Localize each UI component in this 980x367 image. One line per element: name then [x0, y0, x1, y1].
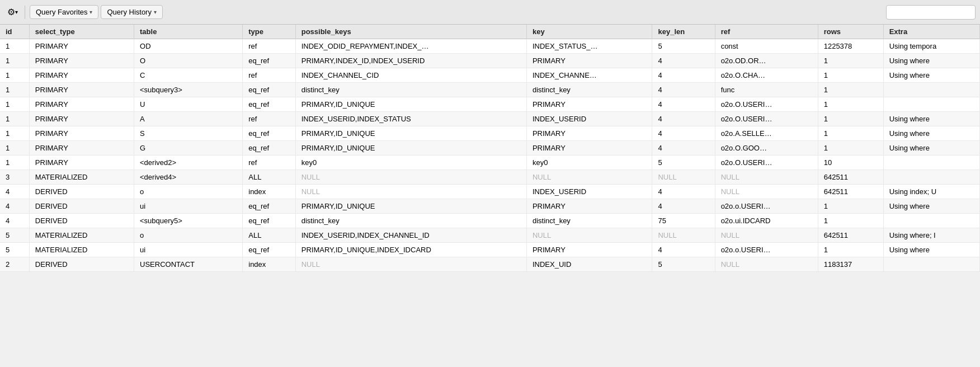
table-row[interactable]: 1PRIMARY<subquery3>eq_refdistinct_keydis…	[0, 83, 980, 97]
table-row[interactable]: 4DERIVEDoindexNULLINDEX_USERID4NULL64251…	[0, 185, 980, 199]
cell-possible-keys: INDEX_USERID,INDEX_STATUS	[295, 112, 526, 126]
search-input[interactable]	[886, 5, 976, 20]
cell-type: eq_ref	[243, 199, 295, 214]
cell-key: INDEX_UID	[526, 257, 652, 272]
cell-possible-keys: INDEX_ODID_REPAYMENT,INDEX_…	[295, 39, 526, 54]
cell-rows: 642511	[818, 170, 883, 185]
cell-table: ui	[134, 199, 243, 214]
cell-select-type: PRIMARY	[29, 68, 134, 83]
cell-rows: 1	[818, 126, 883, 141]
cell-select-type: PRIMARY	[29, 126, 134, 141]
toolbar-divider-1	[25, 6, 25, 19]
cell-extra	[883, 83, 979, 97]
cell-key-len: 4	[652, 68, 715, 83]
cell-table: G	[134, 141, 243, 156]
cell-table: ui	[134, 243, 243, 257]
col-header-rows: rows	[818, 25, 883, 39]
cell-rows: 1	[818, 97, 883, 112]
cell-table: OD	[134, 39, 243, 54]
cell-extra: Using where	[883, 126, 979, 141]
cell-table: USERCONTACT	[134, 257, 243, 272]
chevron-down-icon: ▾	[89, 9, 92, 15]
cell-rows: 1	[818, 112, 883, 126]
query-favorites-label: Query Favorites	[36, 8, 87, 16]
cell-type: ALL	[243, 228, 295, 243]
cell-rows: 642511	[818, 228, 883, 243]
cell-select-type: PRIMARY	[29, 97, 134, 112]
cell-table: A	[134, 112, 243, 126]
cell-ref: o2o.O.GOO…	[715, 141, 818, 156]
cell-possible-keys: PRIMARY,ID_UNIQUE	[295, 126, 526, 141]
cell-select-type: PRIMARY	[29, 83, 134, 97]
cell-select-type: PRIMARY	[29, 39, 134, 54]
table-row[interactable]: 5MATERIALIZEDuieq_refPRIMARY,ID_UNIQUE,I…	[0, 243, 980, 257]
col-header-id: id	[0, 25, 29, 39]
chevron-down-icon: ▾	[154, 9, 157, 15]
cell-id: 5	[0, 228, 29, 243]
table-row[interactable]: 1PRIMARYODrefINDEX_ODID_REPAYMENT,INDEX_…	[0, 39, 980, 54]
cell-key: INDEX_USERID	[526, 112, 652, 126]
col-header-extra: Extra	[883, 25, 979, 39]
cell-extra: Using where; I	[883, 228, 979, 243]
cell-ref: NULL	[715, 170, 818, 185]
cell-table: <derived2>	[134, 156, 243, 170]
table-row[interactable]: 4DERIVEDuieq_refPRIMARY,ID_UNIQUEPRIMARY…	[0, 199, 980, 214]
cell-table: S	[134, 126, 243, 141]
table-row[interactable]: 5MATERIALIZEDoALLINDEX_USERID,INDEX_CHAN…	[0, 228, 980, 243]
cell-possible-keys: PRIMARY,INDEX_ID,INDEX_USERID	[295, 54, 526, 68]
cell-type: ref	[243, 39, 295, 54]
cell-id: 1	[0, 156, 29, 170]
table-row[interactable]: 3MATERIALIZED<derived4>ALLNULLNULLNULLNU…	[0, 170, 980, 185]
cell-select-type: DERIVED	[29, 214, 134, 228]
cell-rows: 1	[818, 141, 883, 156]
table-row[interactable]: 1PRIMARYArefINDEX_USERID,INDEX_STATUSIND…	[0, 112, 980, 126]
cell-select-type: DERIVED	[29, 199, 134, 214]
table-row[interactable]: 2DERIVEDUSERCONTACTindexNULLINDEX_UID5NU…	[0, 257, 980, 272]
col-header-select-type: select_type	[29, 25, 134, 39]
cell-key: INDEX_USERID	[526, 185, 652, 199]
cell-key-len: 4	[652, 83, 715, 97]
cell-key: distinct_key	[526, 83, 652, 97]
cell-rows: 1	[818, 199, 883, 214]
table-row[interactable]: 1PRIMARYOeq_refPRIMARY,INDEX_ID,INDEX_US…	[0, 54, 980, 68]
cell-extra: Using where	[883, 112, 979, 126]
cell-possible-keys: distinct_key	[295, 83, 526, 97]
cell-key-len: NULL	[652, 228, 715, 243]
table-row[interactable]: 1PRIMARYGeq_refPRIMARY,ID_UNIQUEPRIMARY4…	[0, 141, 980, 156]
table-row[interactable]: 1PRIMARYCrefINDEX_CHANNEL_CIDINDEX_CHANN…	[0, 68, 980, 83]
cell-key-len: 4	[652, 112, 715, 126]
cell-key: NULL	[526, 228, 652, 243]
cell-id: 5	[0, 243, 29, 257]
cell-extra	[883, 170, 979, 185]
cell-ref: o2o.ui.IDCARD	[715, 214, 818, 228]
query-history-button[interactable]: Query History ▾	[101, 5, 162, 19]
cell-id: 4	[0, 199, 29, 214]
cell-id: 1	[0, 97, 29, 112]
cell-key: NULL	[526, 170, 652, 185]
table-row[interactable]: 1PRIMARY<derived2>refkey0key05o2o.O.USER…	[0, 156, 980, 170]
cell-key: PRIMARY	[526, 54, 652, 68]
cell-select-type: PRIMARY	[29, 54, 134, 68]
cell-id: 1	[0, 54, 29, 68]
table-row[interactable]: 4DERIVED<subquery5>eq_refdistinct_keydis…	[0, 214, 980, 228]
cell-ref: NULL	[715, 257, 818, 272]
table-header-row: idselect_typetabletypepossible_keyskeyke…	[0, 25, 980, 39]
query-favorites-button[interactable]: Query Favorites ▾	[30, 5, 98, 19]
cell-extra: Using where	[883, 68, 979, 83]
gear-button[interactable]: ⚙ ▾	[4, 4, 20, 20]
cell-key-len: 4	[652, 54, 715, 68]
cell-possible-keys: PRIMARY,ID_UNIQUE	[295, 141, 526, 156]
cell-rows: 1	[818, 83, 883, 97]
cell-table: U	[134, 97, 243, 112]
cell-extra: Using tempora	[883, 39, 979, 54]
table-row[interactable]: 1PRIMARYUeq_refPRIMARY,ID_UNIQUEPRIMARY4…	[0, 97, 980, 112]
cell-table: <subquery3>	[134, 83, 243, 97]
cell-type: eq_ref	[243, 243, 295, 257]
cell-key-len: 5	[652, 39, 715, 54]
cell-id: 4	[0, 185, 29, 199]
cell-select-type: PRIMARY	[29, 112, 134, 126]
table-row[interactable]: 1PRIMARYSeq_refPRIMARY,ID_UNIQUEPRIMARY4…	[0, 126, 980, 141]
cell-ref: o2o.O.CHA…	[715, 68, 818, 83]
cell-rows: 1183137	[818, 257, 883, 272]
cell-type: eq_ref	[243, 214, 295, 228]
